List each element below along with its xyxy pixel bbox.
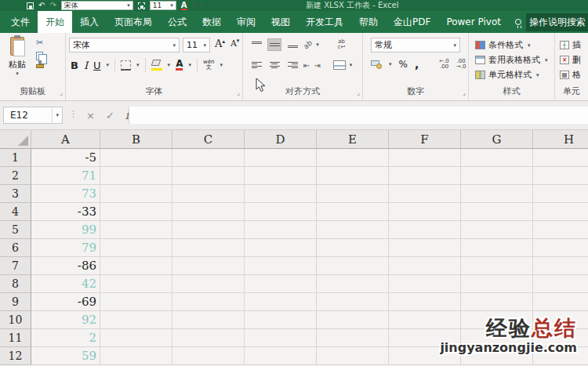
increase-indent-icon[interactable]: ⇥ (314, 61, 320, 70)
cell-H3[interactable] (533, 185, 588, 203)
cell-F6[interactable] (389, 239, 461, 257)
cell-C4[interactable] (172, 203, 245, 221)
percent-style-button[interactable]: % (399, 59, 408, 70)
cell-A12[interactable]: 59 (31, 347, 100, 365)
format-as-table-button[interactable]: 套用表格格式 ▾ (475, 54, 548, 66)
cell-B4[interactable] (100, 203, 172, 221)
redo-icon[interactable]: ↷ (49, 2, 56, 9)
comma-style-button[interactable]: , (415, 61, 419, 67)
cell-B2[interactable] (100, 167, 172, 185)
tab-9[interactable]: 金山PDF (386, 11, 438, 33)
cell-A4[interactable]: -33 (31, 203, 100, 221)
chevron-down-icon[interactable]: ▾ (199, 2, 202, 9)
chevron-down-icon[interactable]: ▾ (188, 62, 191, 68)
cell-B9[interactable] (100, 293, 172, 311)
cell-B8[interactable] (100, 275, 172, 293)
column-header-B[interactable]: B (100, 130, 172, 148)
cell-E2[interactable] (317, 167, 389, 185)
cell-E7[interactable] (317, 257, 389, 275)
row-header-11[interactable]: 11 (0, 329, 31, 347)
cell-B11[interactable] (100, 329, 172, 347)
align-middle-button[interactable] (267, 38, 281, 51)
cell-E4[interactable] (317, 203, 389, 221)
cell-F10[interactable] (389, 311, 461, 329)
cell-C1[interactable] (172, 149, 245, 167)
merge-center-icon[interactable] (333, 60, 346, 70)
tab-2[interactable]: 页面布局 (107, 11, 160, 33)
cell-A8[interactable]: 42 (31, 275, 100, 293)
tab-7[interactable]: 开发工具 (298, 11, 351, 33)
cell-A11[interactable]: 2 (31, 329, 100, 347)
cell-A1[interactable]: -5 (31, 149, 100, 167)
tab-4[interactable]: 数据 (194, 11, 229, 33)
cell-D11[interactable] (245, 329, 317, 347)
dialog-launcher-icon[interactable]: ⌟ (463, 89, 466, 96)
column-header-F[interactable]: F (389, 130, 461, 148)
chevron-down-icon[interactable]: ▾ (220, 62, 223, 68)
paste-button[interactable]: 粘贴 ▾ (5, 37, 30, 81)
mini-font-name-box[interactable]: 宋体 ▾ (61, 1, 133, 10)
mini-font-size-box[interactable]: 11 ▾ (150, 1, 176, 10)
cell-F3[interactable] (389, 185, 461, 203)
tab-1[interactable]: 插入 (72, 11, 107, 33)
increase-font-button[interactable]: A▴ (215, 38, 225, 49)
cell-B5[interactable] (100, 221, 172, 239)
enter-icon[interactable]: ✓ (106, 110, 114, 121)
cell-F1[interactable] (389, 149, 461, 167)
cell-A2[interactable]: 71 (31, 167, 100, 185)
phonetic-guide-icon[interactable]: wén文 (203, 60, 214, 71)
cell-H7[interactable] (533, 257, 588, 275)
format-painter-icon[interactable] (36, 64, 44, 68)
tab-file[interactable]: 文件 (3, 11, 38, 33)
cell-E3[interactable] (317, 185, 389, 203)
cell-D3[interactable] (245, 185, 317, 203)
row-header-4[interactable]: 4 (0, 203, 31, 221)
decrease-decimal-icon[interactable]: .00→.0 (456, 59, 466, 70)
chevron-down-icon[interactable]: ▾ (168, 62, 171, 68)
cell-G7[interactable] (461, 257, 533, 275)
font-color-icon[interactable]: A (176, 60, 183, 71)
cell-G3[interactable] (461, 185, 533, 203)
row-header-1[interactable]: 1 (0, 149, 31, 167)
cut-icon[interactable]: ✂ (36, 38, 44, 48)
cell-G12[interactable] (461, 347, 533, 365)
cell-B6[interactable] (100, 239, 172, 257)
chevron-down-icon[interactable]: ▾ (192, 2, 195, 9)
cell-F9[interactable] (389, 293, 461, 311)
tell-me-search[interactable]: 操作说明搜索 (515, 11, 588, 33)
undo-icon[interactable]: ↶ (38, 2, 45, 9)
cell-C7[interactable] (172, 257, 245, 275)
column-header-E[interactable]: E (317, 130, 389, 148)
row-header-6[interactable]: 6 (0, 239, 31, 257)
dialog-launcher-icon[interactable]: ⌟ (237, 89, 240, 96)
cell-C6[interactable] (172, 239, 245, 257)
cell-G9[interactable] (461, 293, 533, 311)
cell-G2[interactable] (461, 167, 533, 185)
cell-E1[interactable] (317, 149, 389, 167)
chevron-down-icon[interactable]: ▾ (107, 62, 110, 68)
row-header-9[interactable]: 9 (0, 293, 31, 311)
cell-C12[interactable] (172, 347, 245, 365)
cell-C11[interactable] (172, 329, 245, 347)
dialog-launcher-icon[interactable]: ⌟ (60, 89, 63, 96)
cell-H6[interactable] (533, 239, 588, 257)
column-header-C[interactable]: C (172, 130, 245, 148)
wrap-text-icon[interactable]: abc↩ (338, 39, 346, 50)
tab-3[interactable]: 公式 (160, 11, 194, 33)
cell-D9[interactable] (245, 293, 317, 311)
cell-C10[interactable] (172, 311, 245, 329)
cell-G5[interactable] (461, 221, 533, 239)
chevron-down-icon[interactable]: ▾ (389, 61, 392, 67)
cell-F11[interactable] (389, 329, 461, 347)
cell-G11[interactable] (461, 329, 533, 347)
cell-C3[interactable] (172, 185, 245, 203)
tab-5[interactable]: 审阅 (229, 11, 263, 33)
cell-E12[interactable] (317, 347, 389, 365)
align-bottom-button[interactable] (285, 38, 299, 51)
copy-icon[interactable] (36, 52, 43, 60)
cell-D8[interactable] (245, 275, 317, 293)
select-all-button[interactable] (0, 130, 31, 148)
tab-6[interactable]: 视图 (263, 11, 298, 33)
cell-G10[interactable] (461, 311, 533, 329)
row-header-12[interactable]: 12 (0, 347, 31, 365)
